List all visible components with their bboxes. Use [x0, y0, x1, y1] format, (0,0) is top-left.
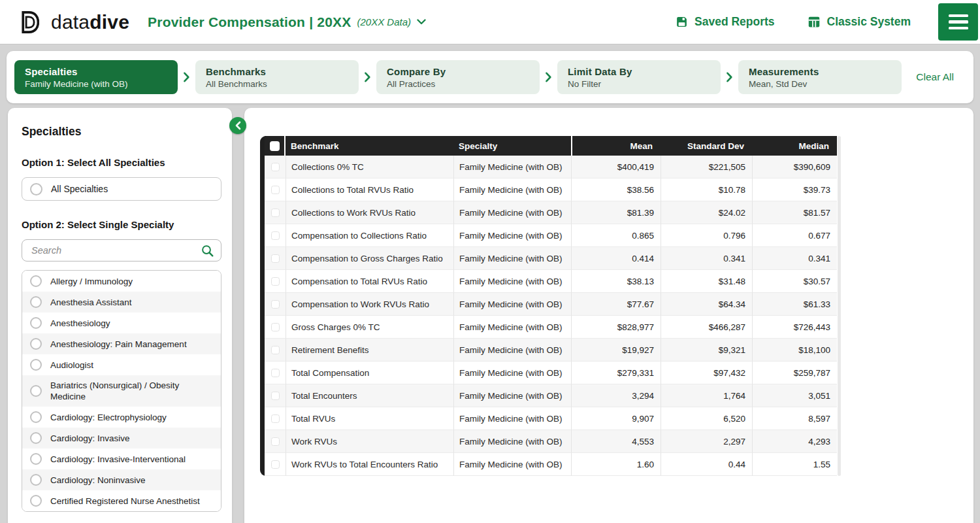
step-list: SpecialtiesFamily Medicine (with OB)Benc…	[14, 60, 909, 94]
app-logo[interactable]: datadive	[21, 10, 129, 34]
specialty-option-label: Anesthesiology	[50, 318, 110, 329]
specialty-search[interactable]	[22, 239, 221, 262]
step-label: Measurements	[749, 66, 891, 77]
row-checkbox[interactable]	[265, 339, 286, 362]
cell-standard-dev: $31.48	[661, 270, 752, 293]
radio-icon[interactable]	[30, 432, 42, 444]
page-title: Provider Compensation | 20XX	[148, 14, 351, 30]
all-specialties-option[interactable]: All Specialties	[22, 177, 221, 201]
cell-mean: 9,907	[571, 407, 661, 430]
row-checkbox[interactable]	[265, 316, 286, 339]
cell-standard-dev: $9,321	[661, 339, 752, 362]
radio-icon[interactable]	[30, 317, 42, 329]
step-label: Benchmarks	[206, 66, 348, 77]
menu-button[interactable]	[938, 3, 978, 41]
row-checkbox[interactable]	[265, 224, 286, 247]
cell-mean: 4,553	[571, 430, 661, 453]
cell-median: $30.57	[752, 270, 837, 293]
radio-icon[interactable]	[30, 385, 42, 397]
cell-median: $39.73	[752, 178, 837, 201]
specialty-option[interactable]: Cardiology: Noninvasive	[22, 469, 221, 490]
table-row: Total EncountersFamily Medicine (with OB…	[265, 384, 837, 407]
cell-standard-dev: 0.44	[661, 453, 752, 476]
cell-mean: 0.865	[571, 224, 661, 247]
specialties-sidebar: Specialties Option 1: Select All Special…	[8, 108, 232, 523]
cell-benchmark: Work RVUs to Total Encounters Ratio	[286, 453, 453, 476]
specialty-option[interactable]: Audiologist	[22, 354, 221, 375]
cell-standard-dev: $466,287	[661, 316, 752, 339]
chevron-right-icon	[365, 72, 370, 82]
clear-all-link[interactable]: Clear All	[916, 71, 954, 83]
radio-icon[interactable]	[30, 411, 42, 423]
specialty-option-label: Cardiology: Noninvasive	[50, 475, 146, 486]
specialty-option[interactable]: Anesthesiology	[22, 312, 221, 333]
chevron-right-icon	[546, 72, 551, 82]
chevron-right-icon	[727, 72, 732, 82]
row-checkbox[interactable]	[265, 453, 286, 476]
specialty-option-label: Certified Registered Nurse Anesthetist	[50, 496, 200, 507]
specialty-option[interactable]: Anesthesiology: Pain Management	[22, 333, 221, 354]
row-checkbox[interactable]	[265, 384, 286, 407]
step-specialties[interactable]: SpecialtiesFamily Medicine (with OB)	[14, 60, 178, 94]
cell-benchmark: Total Encounters	[286, 384, 453, 407]
specialty-option[interactable]: Cardiology: Invasive	[22, 428, 221, 448]
radio-icon[interactable]	[30, 183, 42, 195]
cell-median: $726,443	[752, 316, 837, 339]
column-header-benchmark: Benchmark	[286, 136, 453, 156]
step-benchmarks[interactable]: BenchmarksAll Benchmarks	[195, 60, 359, 94]
step-compare-by[interactable]: Compare ByAll Practices	[376, 60, 540, 94]
sidebar-collapse-button[interactable]	[229, 117, 246, 134]
hamburger-icon	[949, 14, 968, 18]
cell-mean: 1.60	[571, 453, 661, 476]
radio-icon[interactable]	[30, 359, 42, 371]
row-checkbox[interactable]	[265, 293, 286, 316]
specialty-option[interactable]: Cardiology: Electrophysiology	[22, 407, 221, 428]
cell-specialty: Family Medicine (with OB)	[453, 362, 571, 384]
step-measurements[interactable]: MeasurementsMean, Std Dev	[738, 60, 902, 94]
cell-mean: $38.13	[571, 270, 661, 293]
specialty-option[interactable]: Cardiology: Invasive-Interventional	[22, 448, 221, 469]
specialty-option[interactable]: Bariatrics (Nonsurgical) / Obesity Medic…	[22, 375, 221, 407]
specialty-option-label: Cardiology: Invasive-Interventional	[50, 454, 186, 465]
specialty-option[interactable]: Certified Registered Nurse Anesthetist	[22, 490, 221, 511]
page-title-note: (20XX Data)	[357, 16, 411, 27]
saved-reports-link[interactable]: Saved Reports	[676, 15, 775, 29]
step-value: All Benchmarks	[206, 79, 348, 89]
row-checkbox[interactable]	[265, 201, 286, 224]
radio-icon[interactable]	[30, 453, 42, 465]
select-all-checkbox[interactable]	[265, 136, 286, 156]
report-title-dropdown[interactable]: Provider Compensation | 20XX (20XX Data)	[148, 14, 426, 30]
chevron-down-icon	[417, 19, 426, 25]
row-checkbox[interactable]	[265, 247, 286, 270]
cell-median: 3,051	[752, 384, 837, 407]
row-checkbox[interactable]	[265, 407, 286, 430]
logo-wordmark: datadive	[51, 11, 129, 33]
radio-icon[interactable]	[30, 296, 42, 308]
cell-specialty: Family Medicine (with OB)	[453, 407, 571, 430]
table-row: Work RVUsFamily Medicine (with OB)4,5532…	[265, 430, 837, 453]
radio-icon[interactable]	[30, 275, 42, 287]
table-scrollbar[interactable]	[838, 136, 841, 476]
specialty-option[interactable]: Allergy / Immunology	[22, 271, 221, 292]
radio-icon[interactable]	[30, 474, 42, 486]
specialty-option[interactable]: Anesthesia Assistant	[22, 292, 221, 312]
save-icon	[676, 16, 688, 28]
search-icon[interactable]	[201, 244, 214, 258]
table-row: Work RVUs to Total Encounters RatioFamil…	[265, 453, 837, 476]
cell-specialty: Family Medicine (with OB)	[453, 178, 571, 201]
row-checkbox[interactable]	[265, 156, 286, 178]
cell-median: 0.677	[752, 224, 837, 247]
table-row: Total RVUsFamily Medicine (with OB)9,907…	[265, 407, 837, 430]
row-checkbox[interactable]	[265, 362, 286, 384]
cell-benchmark: Total Compensation	[286, 362, 453, 384]
search-input[interactable]	[30, 245, 201, 256]
row-checkbox[interactable]	[265, 178, 286, 201]
row-checkbox[interactable]	[265, 430, 286, 453]
table-row: Compensation to Gross Charges RatioFamil…	[265, 247, 837, 270]
step-limit-data-by[interactable]: Limit Data ByNo Filter	[557, 60, 721, 94]
table-row: Collections to Work RVUs RatioFamily Med…	[265, 201, 837, 224]
classic-system-link[interactable]: Classic System	[808, 15, 911, 29]
radio-icon[interactable]	[30, 495, 42, 507]
row-checkbox[interactable]	[265, 270, 286, 293]
radio-icon[interactable]	[30, 338, 42, 350]
